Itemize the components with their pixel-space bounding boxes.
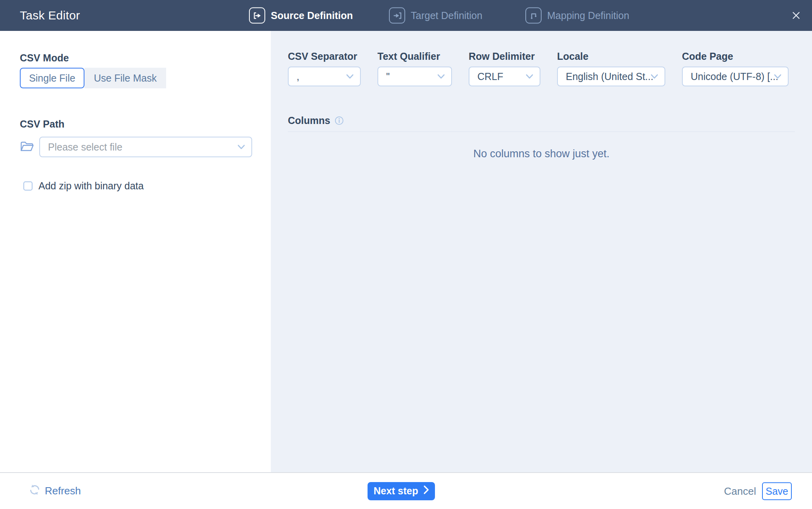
locale-value: English (United St... — [566, 71, 653, 82]
tab-label: Source Definition — [271, 10, 353, 21]
save-button[interactable]: Save — [762, 482, 792, 500]
text-qualifier-label: Text Qualifier — [377, 51, 452, 62]
next-step-label: Next step — [373, 485, 418, 497]
chevron-down-icon — [526, 74, 533, 79]
columns-empty-message: No columns to show just yet. — [288, 148, 795, 160]
csv-mode-toggle: Single File Use File Mask — [20, 68, 254, 88]
chevron-down-icon — [346, 74, 354, 79]
task-editor-dialog: Task Editor Source Definition Target Def… — [0, 0, 812, 509]
locale-label: Locale — [557, 51, 665, 62]
row-delimiter-field: Row Delimiter CRLF — [469, 51, 540, 86]
next-step-button[interactable]: Next step — [368, 482, 435, 500]
code-page-label: Code Page — [682, 51, 789, 62]
header-bar: Task Editor Source Definition Target Def… — [0, 0, 812, 31]
csv-separator-select[interactable]: , — [288, 67, 361, 86]
source-settings-panel: CSV Mode Single File Use File Mask CSV P… — [0, 31, 271, 472]
csv-path-select[interactable]: Please select file — [39, 137, 252, 157]
csv-separator-field: CSV Separator , — [288, 51, 361, 86]
csv-mode-group: CSV Mode Single File Use File Mask — [20, 52, 254, 88]
info-icon[interactable] — [335, 116, 344, 125]
chevron-down-icon — [774, 74, 781, 79]
code-page-field: Code Page Unicode (UTF-8) [... — [682, 51, 789, 86]
csv-path-placeholder: Please select file — [48, 141, 123, 153]
tab-source-definition[interactable]: Source Definition — [249, 8, 353, 24]
page-title: Task Editor — [20, 9, 80, 22]
csv-options-row: CSV Separator , Text Qualifier " — [288, 51, 795, 86]
tab-label: Target Definition — [411, 10, 483, 21]
locale-select[interactable]: English (United St... — [557, 67, 665, 86]
csv-mode-label: CSV Mode — [20, 52, 254, 64]
code-page-value: Unicode (UTF-8) [... — [691, 71, 778, 82]
code-page-select[interactable]: Unicode (UTF-8) [... — [682, 67, 789, 86]
text-qualifier-select[interactable]: " — [377, 67, 452, 86]
csv-path-group: CSV Path Please select file — [20, 118, 254, 157]
add-zip-row: Add zip with binary data — [23, 180, 254, 192]
chevron-down-icon — [651, 74, 658, 79]
locale-field: Locale English (United St... — [557, 51, 665, 86]
csv-separator-label: CSV Separator — [288, 51, 361, 62]
close-icon[interactable] — [789, 8, 803, 23]
csv-path-label: CSV Path — [20, 118, 254, 130]
target-definition-icon — [389, 8, 405, 24]
text-qualifier-field: Text Qualifier " — [377, 51, 452, 86]
chevron-down-icon — [437, 74, 445, 79]
refresh-icon — [29, 484, 41, 499]
mapping-definition-icon — [525, 8, 542, 24]
tab-target-definition[interactable]: Target Definition — [389, 8, 483, 24]
add-zip-label: Add zip with binary data — [38, 180, 144, 192]
chevron-down-icon — [237, 145, 245, 150]
add-zip-checkbox[interactable] — [23, 181, 33, 191]
row-delimiter-label: Row Delimiter — [469, 51, 540, 62]
source-definition-icon — [249, 8, 265, 24]
row-delimiter-value: CRLF — [477, 71, 503, 82]
cancel-button[interactable]: Cancel — [724, 485, 756, 497]
single-file-button[interactable]: Single File — [20, 68, 84, 88]
csv-options-panel: CSV Separator , Text Qualifier " — [271, 31, 812, 472]
row-delimiter-select[interactable]: CRLF — [469, 67, 540, 86]
use-file-mask-button[interactable]: Use File Mask — [84, 68, 166, 88]
footer-bar: Refresh Next step Cancel Save — [0, 472, 812, 509]
folder-icon — [20, 141, 34, 153]
columns-label: Columns — [288, 115, 330, 126]
csv-separator-value: , — [297, 71, 299, 82]
columns-section-header: Columns — [288, 115, 795, 132]
tab-mapping-definition[interactable]: Mapping Definition — [525, 8, 629, 24]
tab-label: Mapping Definition — [547, 10, 629, 21]
text-qualifier-value: " — [386, 71, 390, 82]
refresh-button[interactable]: Refresh — [29, 484, 81, 499]
chevron-right-icon — [423, 485, 429, 497]
refresh-label: Refresh — [45, 485, 81, 497]
content-area: CSV Mode Single File Use File Mask CSV P… — [0, 31, 812, 472]
